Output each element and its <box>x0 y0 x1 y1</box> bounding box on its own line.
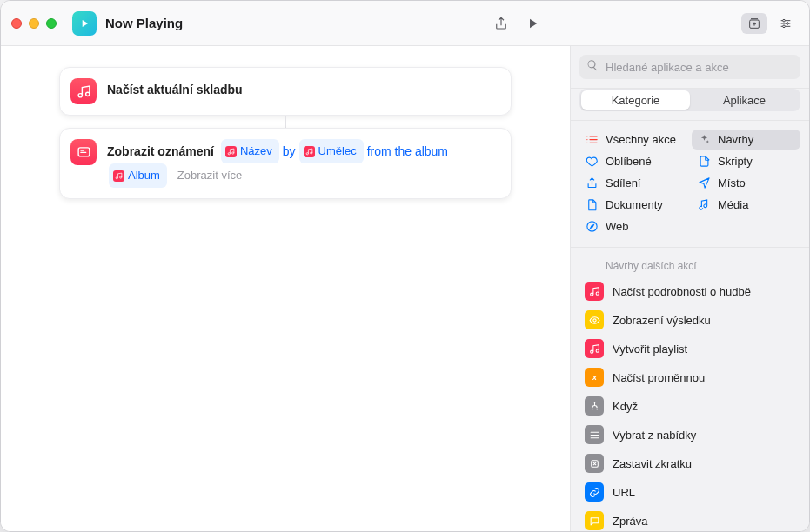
heart-icon <box>585 155 599 168</box>
svg-point-11 <box>591 408 592 409</box>
suggestion-label: Načíst proměnnou <box>613 371 705 384</box>
category-label: Dokumenty <box>606 198 663 211</box>
music-icon <box>585 282 604 301</box>
suggestion-item[interactable]: Zastavit zkratku <box>579 449 800 477</box>
action-title: Zobrazit oznámení <box>107 140 214 163</box>
action-static-text: by <box>283 140 296 163</box>
note-icon <box>697 198 711 211</box>
window-controls <box>11 18 57 29</box>
category-label: Návrhy <box>718 133 753 146</box>
shortcuts-window: Now Playing Načíst aktuální skladbuZobra… <box>0 0 810 532</box>
run-button[interactable] <box>517 11 548 36</box>
close-window-button[interactable] <box>11 18 22 29</box>
category-label: Skripty <box>718 155 753 168</box>
minimize-window-button[interactable] <box>29 18 39 29</box>
svg-point-2 <box>787 23 789 25</box>
library-sidebar: KategorieAplikace Všechny akceNávrhyOblí… <box>570 46 809 531</box>
category-item[interactable]: Skripty <box>692 151 800 171</box>
script-icon <box>697 155 711 168</box>
category-label: Místo <box>718 176 746 190</box>
shortcut-icon <box>72 11 97 36</box>
suggestion-item[interactable]: Vytvořit playlist <box>579 335 800 362</box>
svg-point-1 <box>783 19 786 22</box>
doc-icon <box>585 198 599 211</box>
svg-point-7 <box>586 222 596 231</box>
message-icon <box>585 511 604 530</box>
token-label: Album <box>128 164 160 187</box>
token-label: Umělec <box>318 140 357 163</box>
action-static-text: from the album <box>367 140 448 163</box>
category-label: Web <box>606 220 629 233</box>
variable-token[interactable]: Název <box>221 139 279 163</box>
action-connector <box>285 116 286 128</box>
svg-rect-6 <box>80 151 86 152</box>
category-item[interactable]: Všechny akce <box>579 130 688 150</box>
library-toggle-button[interactable] <box>741 13 767 34</box>
share-button[interactable] <box>485 11 517 36</box>
stop-icon <box>585 454 604 473</box>
category-item[interactable]: Oblíbené <box>579 151 688 171</box>
token-label: Název <box>240 140 272 163</box>
safari-icon <box>585 220 599 233</box>
suggestion-item[interactable]: URL <box>579 478 800 506</box>
svg-point-12 <box>596 408 598 409</box>
svg-rect-4 <box>78 147 90 156</box>
suggestion-item[interactable]: Zpráva <box>579 507 800 531</box>
suggestion-label: URL <box>613 486 635 499</box>
category-item[interactable]: Dokumenty <box>579 195 688 215</box>
category-item[interactable]: Místo <box>692 173 800 193</box>
variable-token[interactable]: Album <box>109 163 167 188</box>
suggestion-item[interactable]: Zobrazení výsledku <box>579 306 800 334</box>
list-icon <box>585 133 599 146</box>
category-item[interactable]: Web <box>579 216 688 236</box>
category-item[interactable]: Sdílení <box>579 173 688 193</box>
music-icon <box>304 146 315 157</box>
sparkle-icon <box>697 133 711 146</box>
music-icon <box>585 339 604 358</box>
suggestions-header: Návrhy dalších akcí <box>579 255 800 277</box>
share-icon <box>585 176 599 190</box>
svg-rect-5 <box>80 149 84 150</box>
suggestion-label: Zastavit zkratku <box>613 457 692 470</box>
show-more-button[interactable]: Zobrazit více <box>177 164 242 187</box>
action-body: Zobrazit oznámeníNázevbyUmělecfrom the a… <box>107 139 499 188</box>
action-title: Načíst aktuální skladbu <box>107 78 243 101</box>
suggestion-item[interactable]: xNačíst proměnnou <box>579 363 800 391</box>
suggestion-label: Vybrat z nabídky <box>613 429 696 442</box>
search-icon <box>586 59 599 75</box>
suggestion-item[interactable]: Vybrat z nabídky <box>579 421 800 449</box>
category-label: Média <box>718 198 748 211</box>
action-card[interactable]: Zobrazit oznámeníNázevbyUmělecfrom the a… <box>59 128 512 199</box>
search-field[interactable] <box>579 55 800 79</box>
category-item[interactable]: Média <box>692 195 800 215</box>
music-icon <box>113 170 124 182</box>
suggestion-item[interactable]: Když <box>579 392 800 420</box>
editor-canvas[interactable]: Načíst aktuální skladbuZobrazit oznámení… <box>1 46 570 531</box>
library-segmented-control[interactable]: KategorieAplikace <box>579 89 800 111</box>
suggestion-item[interactable]: Načíst podrobnosti o hudbě <box>579 277 800 305</box>
category-item[interactable]: Návrhy <box>692 130 800 150</box>
music-icon <box>70 78 97 104</box>
link-icon <box>585 482 604 502</box>
zoom-window-button[interactable] <box>46 18 57 29</box>
action-body: Načíst aktuální skladbu <box>107 78 499 101</box>
svg-point-3 <box>783 25 786 28</box>
segment-aplikace[interactable]: Aplikace <box>690 90 799 110</box>
settings-toggle-button[interactable] <box>773 13 799 34</box>
var-icon: x <box>585 368 604 387</box>
suggestion-label: Když <box>613 400 638 413</box>
notification-icon <box>70 139 97 165</box>
suggestion-label: Zpráva <box>613 515 647 528</box>
suggestion-label: Zobrazení výsledku <box>613 314 711 327</box>
music-icon <box>225 146 237 157</box>
action-card[interactable]: Načíst aktuální skladbu <box>59 67 512 116</box>
suggestion-label: Načíst podrobnosti o hudbě <box>613 285 751 298</box>
category-label: Oblíbené <box>606 155 652 168</box>
variable-token[interactable]: Umělec <box>299 139 364 163</box>
titlebar: Now Playing <box>1 1 809 46</box>
category-label: Všechny akce <box>606 133 676 146</box>
suggestion-label: Vytvořit playlist <box>613 342 687 356</box>
eye-icon <box>585 310 604 329</box>
segment-kategorie[interactable]: Kategorie <box>581 90 690 110</box>
search-input[interactable] <box>604 60 793 75</box>
